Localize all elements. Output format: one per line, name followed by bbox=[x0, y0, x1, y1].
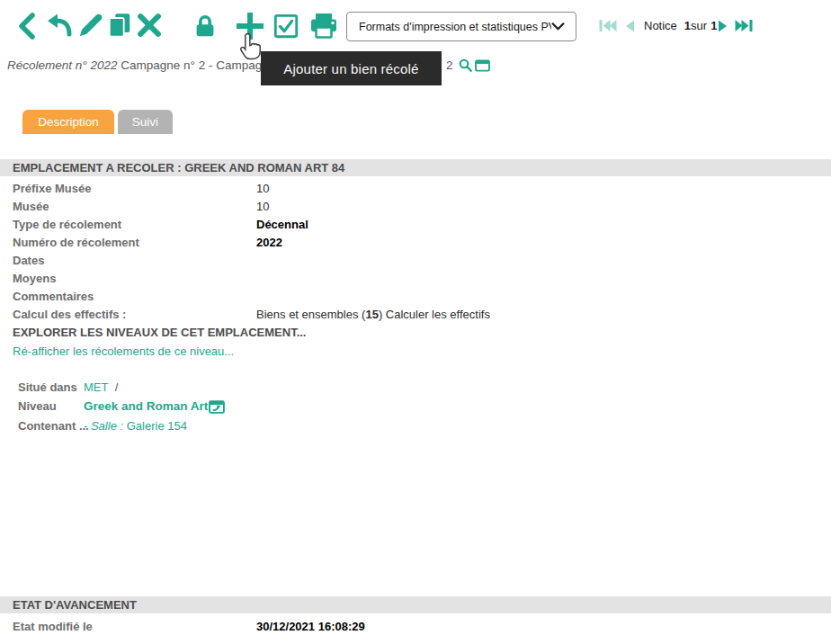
niveau-greek-roman-link[interactable]: Greek and Roman Art bbox=[84, 397, 208, 416]
record-sur-label: sur bbox=[691, 19, 707, 32]
tab-suivi[interactable]: Suivi bbox=[118, 110, 173, 134]
delete-button[interactable] bbox=[136, 13, 163, 40]
reafficher-recolements-label: Ré-afficher les récolements de ce niveau… bbox=[13, 344, 234, 358]
undo-button[interactable] bbox=[45, 12, 74, 40]
search-icon[interactable] bbox=[459, 58, 472, 72]
explorer-niveaux-link[interactable]: EXPLORER LES NIVEAUX DE CET EMPLACEMENT.… bbox=[13, 324, 307, 342]
contenant-label: Contenant ... bbox=[18, 416, 89, 435]
undo-arrow-icon bbox=[45, 11, 74, 42]
breadcrumb-tail-text: 2 bbox=[446, 58, 453, 72]
print-formats-selected-value: Formats d'impression et statistiques PV.… bbox=[359, 21, 551, 33]
field-label: Préfixe Musée bbox=[13, 180, 91, 198]
situe-dans-separator bbox=[108, 380, 114, 394]
validate-button[interactable] bbox=[273, 13, 299, 40]
checkbox-check-icon bbox=[273, 13, 299, 42]
situe-dans-label: Situé dans bbox=[18, 378, 77, 397]
tooltip-ajouter-bien: Ajouter un bien récolé bbox=[261, 51, 442, 85]
previous-record-button[interactable] bbox=[625, 21, 635, 33]
previous-record-icon bbox=[625, 20, 635, 35]
tab-description-label: Description bbox=[38, 115, 99, 129]
field-value: 10 bbox=[256, 198, 269, 216]
chevron-left-icon bbox=[15, 13, 37, 42]
next-record-button[interactable] bbox=[718, 21, 728, 33]
field-value: 2022 bbox=[256, 234, 282, 252]
effectifs-link[interactable]: Biens et ensembles (15) Calculer les eff… bbox=[256, 306, 490, 324]
edit-button[interactable] bbox=[77, 13, 104, 40]
field-value: 10 bbox=[256, 180, 269, 198]
row-contenant: Contenant ... - Salle : Galerie 154 bbox=[0, 416, 831, 435]
print-formats-dropdown[interactable]: Formats d'impression et statistiques PV.… bbox=[346, 12, 576, 41]
field-row-etat-modifie: Etat modifié le 30/12/2021 16:08:29 bbox=[0, 618, 831, 636]
row-niveau: Niveau Greek and Roman Art bbox=[0, 397, 831, 416]
effectifs-count: 15 bbox=[365, 308, 378, 321]
field-row-dates: Dates bbox=[0, 252, 831, 270]
print-button[interactable] bbox=[308, 13, 339, 41]
breadcrumb-record-title: Récolement n° 2022 bbox=[7, 58, 117, 72]
contenant-dash: - bbox=[84, 419, 91, 433]
open-in-window-icon[interactable] bbox=[209, 399, 225, 414]
field-label: Numéro de récolement bbox=[13, 234, 139, 252]
section-header-etat-text: ETAT D'AVANCEMENT bbox=[13, 598, 137, 612]
breadcrumb: Récolement n° 2022 Campagne n° 2 - Campa… bbox=[7, 58, 275, 72]
situe-dans-slash: / bbox=[115, 380, 119, 394]
section-header-emplacement-text: EMPLACEMENT A RECOLER : GREEK AND ROMAN … bbox=[13, 161, 344, 174]
next-record-icon bbox=[718, 20, 728, 35]
record-current: 1 bbox=[684, 19, 691, 32]
printer-icon bbox=[308, 12, 339, 43]
reafficher-recolements-link[interactable]: Ré-afficher les récolements de ce niveau… bbox=[13, 343, 234, 361]
show-window-icon[interactable] bbox=[475, 59, 490, 72]
tooltip-text: Ajouter un bien récolé bbox=[283, 61, 418, 76]
chevron-down-icon bbox=[551, 22, 565, 31]
field-value: Décennal bbox=[256, 216, 308, 234]
plus-icon bbox=[235, 11, 265, 44]
copy-button[interactable] bbox=[106, 13, 133, 40]
field-label: Commentaires bbox=[13, 288, 94, 306]
field-label: Moyens bbox=[13, 270, 56, 288]
pencil-icon bbox=[77, 12, 104, 41]
effectifs-link-pre: Biens et ensembles ( bbox=[256, 308, 365, 321]
niveau-label: Niveau bbox=[18, 397, 57, 416]
notice-label: Notice bbox=[644, 19, 677, 32]
first-record-icon bbox=[599, 19, 617, 35]
lock-icon bbox=[192, 13, 219, 42]
etat-modifie-label: Etat modifié le bbox=[13, 618, 93, 636]
field-row-prefixe-musee: Préfixe Musée 10 bbox=[0, 180, 831, 198]
x-icon bbox=[136, 12, 163, 41]
field-label: Musée bbox=[13, 198, 49, 216]
lock-button[interactable] bbox=[192, 13, 219, 40]
field-row-calcul-effectifs: Calcul des effectifs : Biens et ensemble… bbox=[0, 306, 831, 324]
contenant-galerie-link[interactable]: Galerie 154 bbox=[127, 419, 187, 433]
first-record-button[interactable] bbox=[599, 20, 617, 33]
etat-modifie-value: 30/12/2021 16:08:29 bbox=[256, 618, 365, 636]
field-row-commentaires: Commentaires bbox=[0, 288, 831, 306]
explorer-niveaux-label: EXPLORER LES NIVEAUX DE CET EMPLACEMENT.… bbox=[13, 326, 307, 339]
field-label: Calcul des effectifs : bbox=[13, 306, 126, 324]
situe-dans-met-link[interactable]: MET bbox=[84, 380, 108, 394]
last-record-button[interactable] bbox=[735, 20, 753, 33]
section-header-emplacement: EMPLACEMENT A RECOLER : GREEK AND ROMAN … bbox=[0, 159, 831, 176]
record-total: 1 bbox=[710, 19, 717, 32]
add-record-button[interactable] bbox=[235, 12, 265, 42]
field-row-type-recolement: Type de récolement Décennal bbox=[0, 216, 831, 234]
back-button[interactable] bbox=[15, 13, 37, 40]
breadcrumb-campagne: Campagne n° 2 - Campagne bbox=[117, 58, 275, 72]
last-record-icon bbox=[735, 19, 753, 35]
record-counter: Notice 1 sur 1 bbox=[644, 19, 717, 32]
field-label: Dates bbox=[13, 252, 44, 270]
section-header-etat-avancement: ETAT D'AVANCEMENT bbox=[0, 596, 831, 613]
field-row-musee: Musée 10 bbox=[0, 198, 831, 216]
copy-icon bbox=[106, 12, 133, 41]
field-row-numero-recolement: Numéro de récolement 2022 bbox=[0, 234, 831, 252]
row-situe-dans: Situé dans MET / bbox=[0, 378, 831, 397]
tab-suivi-label: Suivi bbox=[132, 115, 158, 129]
field-row-moyens: Moyens bbox=[0, 270, 831, 288]
contenant-type-salle: Salle : bbox=[91, 419, 127, 433]
breadcrumb-right: 2 bbox=[446, 58, 490, 72]
effectifs-link-post: ) Calculer les effectifs bbox=[379, 308, 490, 321]
recolement-notice-window: Formats d'impression et statistiques PV.… bbox=[0, 0, 831, 644]
field-label: Type de récolement bbox=[13, 216, 121, 234]
tab-description[interactable]: Description bbox=[22, 110, 114, 134]
